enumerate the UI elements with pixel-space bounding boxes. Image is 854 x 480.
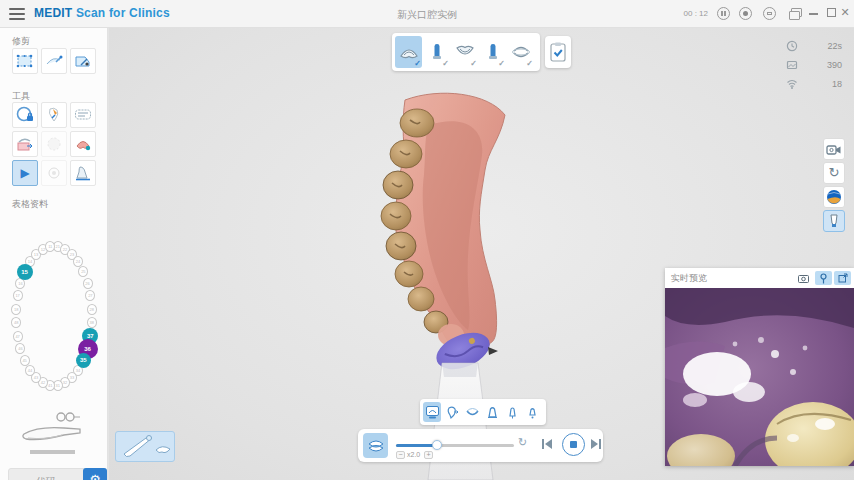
play-icon: ▶ [13,161,37,185]
scanner-wand-illustration [18,408,103,450]
replay-button[interactable]: ▶ [12,160,38,186]
view-front-button[interactable] [483,402,501,422]
pause-button[interactable] [717,7,730,20]
snapshot-button[interactable] [763,7,776,20]
select-brush-button[interactable] [41,48,67,74]
video-capture-button[interactable] [823,138,845,160]
loop-icon[interactable]: ↻ [518,436,527,449]
wifi-icon [786,78,798,90]
texture-toggle-button[interactable] [823,186,845,208]
3d-viewport[interactable]: ✓ ✓ ✓ ✓ [109,28,854,480]
show-model-button[interactable] [363,433,388,458]
shade-tool-button[interactable] [823,210,845,232]
tooth-27[interactable]: 27 [85,290,95,301]
settings-button[interactable]: ⚙ [83,468,107,480]
arch-view-icon [465,405,480,420]
popout-icon [838,273,848,283]
text-bubble-icon [73,105,93,125]
speed-up-button[interactable]: + [424,451,433,459]
frames-icon [786,59,798,71]
base-stand-icon [73,163,93,183]
tooth-45[interactable]: 45 [20,355,30,366]
stage-mandible-button[interactable]: ✓ [451,36,478,68]
minimize-button[interactable] [809,13,818,15]
speed-down-button[interactable]: − [396,451,405,459]
tooth-46[interactable]: 46 [15,343,25,354]
note-button[interactable] [70,102,96,128]
reset-view-button[interactable]: ↻ [823,162,845,184]
preview-popout-button[interactable] [834,271,851,285]
checklist-icon [549,41,567,63]
view-buccal-button[interactable] [443,402,461,422]
pin-icon [819,273,828,284]
live-preview-window[interactable]: 实时预览 [665,268,854,466]
tooth-47[interactable]: 47 [13,331,23,342]
margin-lock-button[interactable] [12,102,38,128]
view-arch-button[interactable] [463,402,481,422]
tooth-chart: 2122232425262728383736353433323141424344… [0,233,108,395]
tooth-17[interactable]: 17 [13,290,23,301]
stat-scan-time: 22s [786,40,846,54]
speed-label: x2.0 [407,451,420,458]
model-base-button[interactable] [70,160,96,186]
select-lasso-button[interactable] [12,48,38,74]
stat-connection: 18 [786,78,846,92]
view-multi-button[interactable] [423,402,441,422]
tooth-38[interactable]: 38 [87,317,97,328]
stage-maxilla-button[interactable]: ✓ [395,36,422,68]
connection-value: 18 [832,79,842,89]
skip-back-button[interactable] [540,437,554,451]
slider-fill [396,444,437,447]
scan-time-value: 22s [827,41,842,51]
left-view-icon [505,405,520,420]
disabled-tool-button-2 [41,160,67,186]
preview-snapshot-button[interactable] [795,271,812,285]
tooth-48[interactable]: 48 [11,317,21,328]
color-sphere-icon [826,189,842,205]
slider-thumb[interactable] [432,440,442,450]
preview-title: 实时预览 [671,272,707,285]
tooth-35[interactable]: 35 [76,353,91,368]
code-label: 代码 [9,475,82,480]
maximize-button[interactable] [827,8,836,17]
tooth-28[interactable]: 28 [87,304,97,315]
scan-stage-toolbar: ✓ ✓ ✓ ✓ [392,33,540,71]
tooth-15[interactable]: 15 [17,264,33,280]
left-sidebar: 修剪 工具 [0,28,108,480]
tooth-axis-button[interactable] [41,102,67,128]
trim-section-label: 修剪 [12,35,30,48]
tooth-25[interactable]: 25 [78,266,88,277]
stop-button[interactable] [562,433,585,456]
layout-icon[interactable] [791,8,802,17]
check-icon: ✓ [526,59,533,68]
trim-plane-button[interactable] [12,131,38,157]
multi-view-icon [425,405,440,420]
record-button[interactable] [739,7,752,20]
check-icon: ✓ [498,59,505,68]
arch-color-button[interactable] [70,131,96,157]
stage-checklist-button[interactable] [545,36,571,68]
view-left-button[interactable] [503,402,521,422]
skip-forward-button[interactable] [589,437,603,451]
colored-arch-icon [73,134,93,154]
stage-occlusion-button[interactable]: ✓ [507,36,534,68]
brush-selection-icon [44,51,64,71]
stage-mandible-scanbody-button[interactable]: ✓ [479,36,506,68]
tooth-18[interactable]: 18 [11,304,21,315]
right-view-icon [525,405,540,420]
code-bar[interactable]: 代码 ⚙ [8,468,107,480]
playback-bar: ↻ − x2.0 + [358,429,603,462]
video-camera-icon [826,143,842,157]
front-view-icon [485,405,500,420]
check-icon: ✓ [414,59,421,68]
preview-pin-button[interactable] [815,271,832,285]
close-button[interactable]: ✕ [839,6,851,19]
tooth-26[interactable]: 26 [83,278,93,289]
view-right-button[interactable] [523,402,541,422]
buccal-view-icon [445,405,460,420]
select-polygon-button[interactable] [70,48,96,74]
replay-slider[interactable] [396,440,514,450]
tooth-44[interactable]: 44 [25,365,35,376]
scanner-status-panel[interactable] [115,431,175,462]
stage-maxilla-scanbody-button[interactable]: ✓ [423,36,450,68]
